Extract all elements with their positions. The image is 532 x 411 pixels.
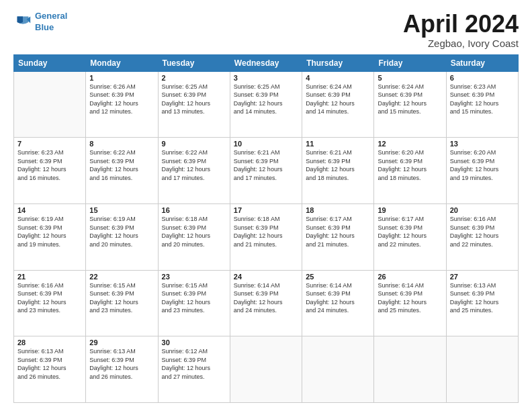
day-number: 1 <box>89 74 154 82</box>
calendar-cell: 17Sunrise: 6:18 AM Sunset: 6:39 PM Dayli… <box>230 203 302 270</box>
day-info: Sunrise: 6:21 AM Sunset: 6:39 PM Dayligh… <box>306 148 370 182</box>
calendar-header-row: SundayMondayTuesdayWednesdayThursdayFrid… <box>14 54 519 71</box>
calendar-cell: 24Sunrise: 6:14 AM Sunset: 6:39 PM Dayli… <box>230 270 302 336</box>
day-number: 29 <box>89 338 154 347</box>
day-info: Sunrise: 6:24 AM Sunset: 6:39 PM Dayligh… <box>378 83 442 116</box>
day-info: Sunrise: 6:26 AM Sunset: 6:39 PM Dayligh… <box>89 83 154 116</box>
day-info: Sunrise: 6:15 AM Sunset: 6:39 PM Dayligh… <box>89 281 154 315</box>
calendar-cell: 25Sunrise: 6:14 AM Sunset: 6:39 PM Dayli… <box>302 270 374 336</box>
day-info: Sunrise: 6:13 AM Sunset: 6:39 PM Dayligh… <box>17 347 82 381</box>
day-info: Sunrise: 6:19 AM Sunset: 6:39 PM Dayligh… <box>89 215 154 248</box>
calendar-cell: 11Sunrise: 6:21 AM Sunset: 6:39 PM Dayli… <box>302 138 374 204</box>
calendar-header-monday: Monday <box>86 54 158 71</box>
header: General Blue April 2024 Zegbao, Ivory Co… <box>13 11 519 49</box>
calendar-cell: 15Sunrise: 6:19 AM Sunset: 6:39 PM Dayli… <box>86 203 158 270</box>
day-info: Sunrise: 6:23 AM Sunset: 6:39 PM Dayligh… <box>17 148 82 182</box>
day-number: 14 <box>17 206 82 214</box>
calendar-body: 1Sunrise: 6:26 AM Sunset: 6:39 PM Daylig… <box>14 71 519 402</box>
calendar-cell <box>446 336 518 403</box>
day-number: 9 <box>162 140 226 148</box>
day-number: 20 <box>450 206 515 214</box>
calendar-cell: 13Sunrise: 6:20 AM Sunset: 6:39 PM Dayli… <box>446 138 518 204</box>
day-info: Sunrise: 6:17 AM Sunset: 6:39 PM Dayligh… <box>306 215 370 248</box>
calendar-cell: 14Sunrise: 6:19 AM Sunset: 6:39 PM Dayli… <box>14 203 86 270</box>
calendar-header-tuesday: Tuesday <box>158 54 230 71</box>
day-info: Sunrise: 6:17 AM Sunset: 6:39 PM Dayligh… <box>378 215 442 248</box>
calendar-header-friday: Friday <box>374 54 446 71</box>
day-number: 19 <box>378 206 442 214</box>
day-number: 26 <box>378 273 442 281</box>
day-info: Sunrise: 6:16 AM Sunset: 6:39 PM Dayligh… <box>17 281 82 315</box>
calendar-week-4: 21Sunrise: 6:16 AM Sunset: 6:39 PM Dayli… <box>14 270 519 336</box>
calendar-cell: 20Sunrise: 6:16 AM Sunset: 6:39 PM Dayli… <box>446 203 518 270</box>
day-number: 23 <box>162 273 226 281</box>
day-info: Sunrise: 6:12 AM Sunset: 6:39 PM Dayligh… <box>162 347 226 381</box>
day-number: 24 <box>234 273 298 281</box>
calendar-cell <box>230 336 302 403</box>
day-info: Sunrise: 6:14 AM Sunset: 6:39 PM Dayligh… <box>378 281 442 315</box>
day-number: 3 <box>234 74 298 82</box>
calendar-table: SundayMondayTuesdayWednesdayThursdayFrid… <box>13 54 519 403</box>
title-block: April 2024 Zegbao, Ivory Coast <box>403 11 519 49</box>
calendar-cell: 1Sunrise: 6:26 AM Sunset: 6:39 PM Daylig… <box>86 71 158 138</box>
calendar-cell: 16Sunrise: 6:18 AM Sunset: 6:39 PM Dayli… <box>158 203 230 270</box>
main-title: April 2024 <box>403 11 519 38</box>
day-info: Sunrise: 6:23 AM Sunset: 6:39 PM Dayligh… <box>450 83 515 116</box>
calendar-header-thursday: Thursday <box>302 54 374 71</box>
calendar-header-saturday: Saturday <box>446 54 518 71</box>
calendar-cell: 18Sunrise: 6:17 AM Sunset: 6:39 PM Dayli… <box>302 203 374 270</box>
day-number: 6 <box>450 74 515 82</box>
calendar-week-1: 1Sunrise: 6:26 AM Sunset: 6:39 PM Daylig… <box>14 71 519 138</box>
day-number: 21 <box>17 273 82 281</box>
calendar-cell: 23Sunrise: 6:15 AM Sunset: 6:39 PM Dayli… <box>158 270 230 336</box>
day-number: 28 <box>17 338 82 347</box>
calendar-cell: 7Sunrise: 6:23 AM Sunset: 6:39 PM Daylig… <box>14 138 86 204</box>
calendar-header-wednesday: Wednesday <box>230 54 302 71</box>
day-info: Sunrise: 6:13 AM Sunset: 6:39 PM Dayligh… <box>450 281 515 315</box>
calendar-cell: 9Sunrise: 6:22 AM Sunset: 6:39 PM Daylig… <box>158 138 230 204</box>
day-number: 2 <box>162 74 226 82</box>
day-info: Sunrise: 6:21 AM Sunset: 6:39 PM Dayligh… <box>234 148 298 182</box>
page: General Blue April 2024 Zegbao, Ivory Co… <box>0 0 532 411</box>
day-info: Sunrise: 6:20 AM Sunset: 6:39 PM Dayligh… <box>450 148 515 182</box>
calendar-cell: 28Sunrise: 6:13 AM Sunset: 6:39 PM Dayli… <box>14 336 86 403</box>
calendar-cell: 8Sunrise: 6:22 AM Sunset: 6:39 PM Daylig… <box>86 138 158 204</box>
calendar-cell: 4Sunrise: 6:24 AM Sunset: 6:39 PM Daylig… <box>302 71 374 138</box>
day-number: 5 <box>378 74 442 82</box>
calendar-cell <box>14 71 86 138</box>
day-info: Sunrise: 6:22 AM Sunset: 6:39 PM Dayligh… <box>162 148 226 182</box>
day-number: 13 <box>450 140 515 148</box>
calendar-cell: 12Sunrise: 6:20 AM Sunset: 6:39 PM Dayli… <box>374 138 446 204</box>
day-info: Sunrise: 6:25 AM Sunset: 6:39 PM Dayligh… <box>234 83 298 116</box>
day-info: Sunrise: 6:20 AM Sunset: 6:39 PM Dayligh… <box>378 148 442 182</box>
day-info: Sunrise: 6:15 AM Sunset: 6:39 PM Dayligh… <box>162 281 226 315</box>
logo-text: General Blue <box>35 11 67 34</box>
day-number: 7 <box>17 140 82 148</box>
subtitle: Zegbao, Ivory Coast <box>403 38 519 49</box>
day-number: 12 <box>378 140 442 148</box>
day-number: 25 <box>306 273 370 281</box>
day-number: 18 <box>306 206 370 214</box>
calendar-week-5: 28Sunrise: 6:13 AM Sunset: 6:39 PM Dayli… <box>14 336 519 403</box>
calendar-cell: 29Sunrise: 6:13 AM Sunset: 6:39 PM Dayli… <box>86 336 158 403</box>
day-number: 4 <box>306 74 370 82</box>
logo-icon <box>13 13 32 32</box>
calendar-cell: 10Sunrise: 6:21 AM Sunset: 6:39 PM Dayli… <box>230 138 302 204</box>
calendar-week-2: 7Sunrise: 6:23 AM Sunset: 6:39 PM Daylig… <box>14 138 519 204</box>
day-number: 11 <box>306 140 370 148</box>
day-number: 16 <box>162 206 226 214</box>
calendar-cell: 5Sunrise: 6:24 AM Sunset: 6:39 PM Daylig… <box>374 71 446 138</box>
day-number: 27 <box>450 273 515 281</box>
calendar-cell: 26Sunrise: 6:14 AM Sunset: 6:39 PM Dayli… <box>374 270 446 336</box>
day-number: 15 <box>89 206 154 214</box>
day-info: Sunrise: 6:13 AM Sunset: 6:39 PM Dayligh… <box>89 347 154 381</box>
logo: General Blue <box>13 11 67 34</box>
calendar-cell: 30Sunrise: 6:12 AM Sunset: 6:39 PM Dayli… <box>158 336 230 403</box>
calendar-cell: 19Sunrise: 6:17 AM Sunset: 6:39 PM Dayli… <box>374 203 446 270</box>
day-info: Sunrise: 6:25 AM Sunset: 6:39 PM Dayligh… <box>162 83 226 116</box>
day-info: Sunrise: 6:14 AM Sunset: 6:39 PM Dayligh… <box>234 281 298 315</box>
day-number: 30 <box>162 338 226 347</box>
day-number: 22 <box>89 273 154 281</box>
day-info: Sunrise: 6:18 AM Sunset: 6:39 PM Dayligh… <box>162 215 226 248</box>
calendar-cell <box>302 336 374 403</box>
